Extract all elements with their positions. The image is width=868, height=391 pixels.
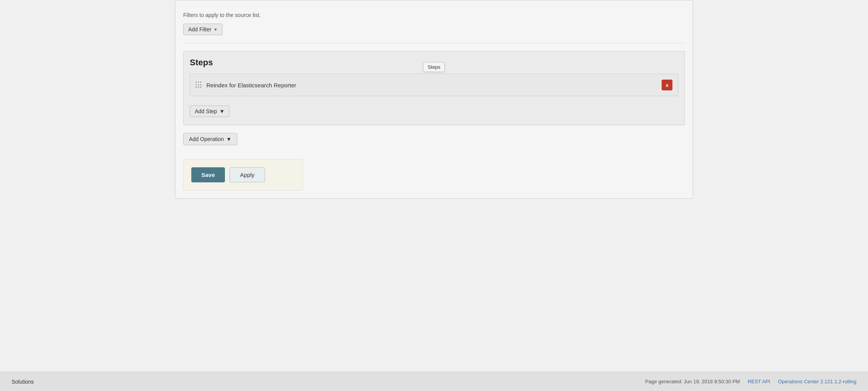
steps-inner-wrapper: Steps Reindex for Elasticsearch Reporter <box>190 74 678 96</box>
add-filter-caret: ▼ <box>214 27 218 32</box>
add-operation-button[interactable]: Add Operation ▼ <box>183 133 237 145</box>
add-filter-label: Add Filter <box>188 26 211 32</box>
footer-brand: Solutions <box>12 379 34 385</box>
drag-handle-icon[interactable] <box>196 82 203 88</box>
add-operation-caret: ▼ <box>226 136 231 142</box>
remove-step-button[interactable]: x <box>662 80 672 90</box>
add-step-label: Add Step <box>195 108 217 114</box>
add-step-caret: ▼ <box>220 108 225 114</box>
apply-button[interactable]: Apply <box>230 167 265 182</box>
footer-right: Page generated: Jun 19, 2018 8:50:30 PM … <box>645 379 856 384</box>
remove-step-label: x <box>665 82 668 88</box>
steps-inner: Reindex for Elasticsearch Reporter x <box>190 74 678 96</box>
table-row: Reindex for Elasticsearch Reporter x <box>190 74 678 96</box>
save-button[interactable]: Save <box>191 167 225 182</box>
add-step-button[interactable]: Add Step ▼ <box>190 105 230 117</box>
ops-center-link[interactable]: Operations Center 2.121.1.2-rolling <box>778 379 856 384</box>
page-footer: Solutions Page generated: Jun 19, 2018 8… <box>0 372 868 391</box>
step-name: Reindex for Elasticsearch Reporter <box>206 82 296 88</box>
footer-page-generated: Page generated: Jun 19, 2018 8:50:30 PM <box>645 379 740 384</box>
add-operation-label: Add Operation <box>189 136 224 142</box>
add-filter-button[interactable]: Add Filter ▼ <box>183 24 223 35</box>
steps-tooltip: Steps <box>423 62 444 72</box>
action-buttons-panel: Save Apply <box>183 159 303 190</box>
filters-section: Filters to apply to the source list. Add… <box>183 8 685 43</box>
rest-api-link[interactable]: REST API <box>748 379 770 384</box>
filters-description: Filters to apply to the source list. <box>183 12 685 18</box>
steps-section: Steps Steps Reindex for Elasticsear <box>183 51 685 125</box>
step-left: Reindex for Elasticsearch Reporter <box>196 82 296 88</box>
